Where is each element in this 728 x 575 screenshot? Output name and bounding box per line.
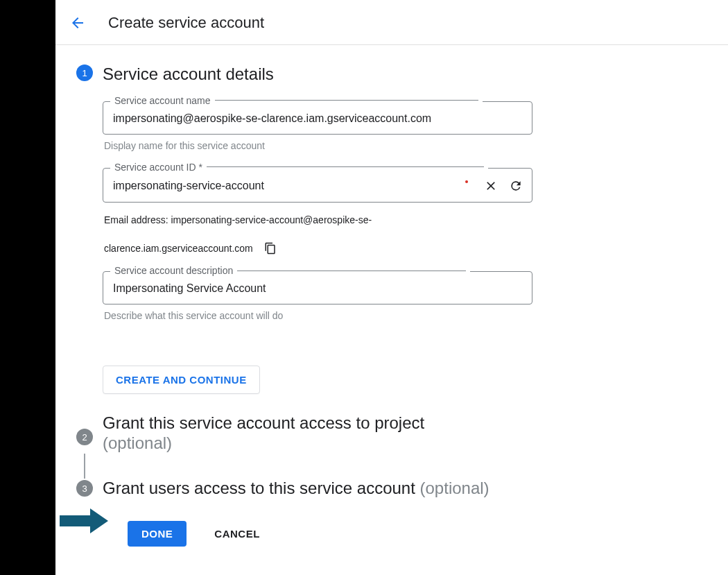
step-2-heading: Grant this service account access to pro… [103,413,711,454]
step-1-indicator: 1 [76,65,93,81]
name-helper: Display name for this service account [104,140,532,151]
refresh-icon [509,179,523,193]
arrow-left-icon [69,15,86,31]
id-label: Service account ID * [114,162,202,173]
service-account-name-field-wrap: Service account name [103,101,532,135]
service-account-description-field-wrap: Service account description [103,271,532,304]
desc-label: Service account description [114,265,233,276]
copy-icon [264,242,277,255]
desc-helper: Describe what this service account will … [104,310,532,321]
cancel-button[interactable]: CANCEL [210,527,264,540]
email-address-line1: Email address: impersonating-service-acc… [104,209,532,231]
step-2-indicator[interactable]: 2 [76,429,93,445]
step-1-heading: Service account details [103,65,711,85]
clear-id-button[interactable] [483,178,499,194]
name-label: Service account name [114,95,211,106]
page-title: Create service account [108,14,264,32]
service-account-description-input[interactable] [112,282,523,295]
email-address-line2: clarence.iam.gserviceaccount.com [104,238,253,259]
left-black-bar [0,0,55,575]
close-icon [484,179,498,193]
back-button[interactable] [69,15,86,31]
create-and-continue-button[interactable]: CREATE AND CONTINUE [103,366,260,394]
service-account-id-input[interactable] [112,179,465,193]
copy-email-button[interactable] [263,241,278,256]
header: Create service account [55,0,728,45]
done-button[interactable]: DONE [128,521,187,547]
service-account-id-field-wrap: Service account ID * [103,168,532,203]
refresh-id-button[interactable] [508,178,523,194]
indicator-dot-icon [465,180,468,183]
pointer-arrow-icon [60,507,110,538]
step-3-heading: Grant users access to this service accou… [103,479,711,499]
step-3-indicator[interactable]: 3 [76,480,93,497]
service-account-name-input[interactable] [112,112,523,126]
